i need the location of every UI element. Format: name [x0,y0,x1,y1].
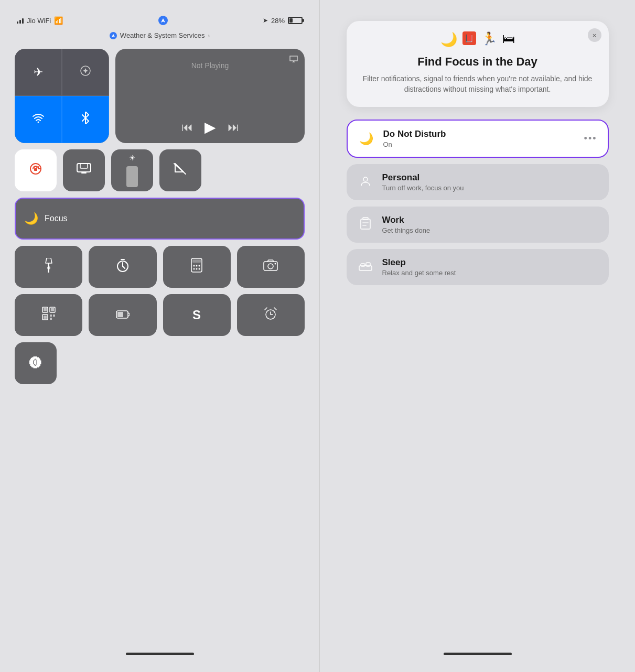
timer-button[interactable] [89,246,156,288]
right-phone-panel: × 🌙 📕 🏃 🛏 Find Focus in the Day Filter n… [319,0,635,672]
wifi-toggle-icon [32,113,45,126]
location-dot-small [110,32,117,39]
svg-rect-35 [361,219,370,229]
media-not-playing: Not Playing [123,61,297,70]
focus-item-do-not-disturb[interactable]: 🌙 Do Not Disturb On ••• [347,120,609,158]
focus-item-sleep[interactable]: Sleep Relax and get some rest [347,249,609,285]
cellular-icon [80,65,91,80]
wifi-button[interactable] [15,96,62,143]
svg-point-34 [363,177,368,181]
signal-bars [17,17,24,24]
svg-rect-30 [50,318,52,320]
next-button[interactable]: ⏭ [228,121,239,134]
media-controls: ⏮ ▶ ⏭ [123,118,297,136]
svg-marker-8 [46,258,52,273]
mute-button[interactable] [159,149,201,191]
svg-point-15 [199,265,200,267]
row-connectivity-media: ✈ [15,49,305,143]
card-title: Find Focus in the Day [359,55,596,69]
shazam-button[interactable]: S [163,294,231,336]
focus-mode-list: 🌙 Do Not Disturb On ••• Personal Turn of… [347,120,609,285]
do-not-disturb-title: Do Not Disturb [383,129,576,139]
accessibility-icon: ⓿ [29,356,42,371]
cellular-button[interactable] [62,49,109,96]
svg-rect-23 [44,308,47,311]
rotation-lock-icon [28,161,43,179]
airplay-icon[interactable] [289,55,298,66]
close-card-button[interactable]: × [588,28,601,42]
svg-point-14 [196,265,198,267]
home-bar-left [126,653,194,655]
accessibility-button[interactable]: ⓿ [15,342,57,384]
personal-icon [357,175,374,190]
focus-button[interactable]: 🌙 Focus [15,198,305,240]
qr-scanner-button[interactable] [15,294,82,336]
svg-rect-36 [363,218,368,220]
svg-point-16 [193,268,195,270]
moon-icon: 🌙 [24,212,38,225]
brightness-slider[interactable]: ☀ [111,149,153,191]
svg-rect-37 [362,222,369,223]
location-label: Weather & System Services [120,31,205,39]
play-button[interactable]: ▶ [205,118,216,136]
battery-fill [289,18,293,23]
svg-point-9 [47,266,50,269]
status-bar: Jio WiFi 📶 ➤ 28% [15,16,305,25]
run-card-icon: 🏃 [481,31,497,48]
bluetooth-button[interactable] [62,96,109,143]
focus-item-personal[interactable]: Personal Turn off work, focus on you [347,164,609,200]
battery-status-button[interactable] [89,294,156,336]
connectivity-block[interactable]: ✈ [15,49,109,143]
flashlight-button[interactable] [15,246,82,288]
svg-rect-28 [50,315,52,317]
wifi-icon: 📶 [54,16,63,25]
row-accessibility: ⓿ [15,342,305,384]
tools-row-2: S [15,294,305,336]
status-left: Jio WiFi 📶 [17,16,63,25]
svg-point-18 [199,268,200,270]
book-card-icon: 📕 [462,31,476,45]
focus-label: Focus [45,214,68,223]
left-phone-panel: Jio WiFi 📶 ➤ 28% Weather & System Servic… [0,0,319,672]
work-title: Work [382,215,598,225]
svg-rect-29 [53,315,55,317]
svg-point-17 [196,268,198,270]
moon-card-icon: 🌙 [440,31,457,48]
focus-item-work[interactable]: Work Get things done [347,207,609,243]
airplane-mode-button[interactable]: ✈ [15,49,62,96]
svg-rect-27 [44,316,47,319]
home-bar-right [444,653,512,655]
camera-button[interactable] [237,246,305,288]
do-not-disturb-more[interactable]: ••• [584,133,597,144]
svg-point-13 [193,265,195,267]
sleep-subtitle: Relax and get some rest [382,269,598,277]
mute-icon [173,161,188,179]
location-header: Weather & System Services › [110,31,210,39]
control-center-grid: ✈ [15,49,305,384]
rotation-lock-button[interactable] [15,149,57,191]
screen-mirror-button[interactable] [63,149,105,191]
personal-text: Personal Turn off work, focus on you [382,172,598,192]
svg-rect-32 [117,312,123,317]
brightness-fill [126,166,138,187]
sun-icon: ☀ [129,154,136,162]
do-not-disturb-text: Do Not Disturb On [383,129,576,148]
calculator-icon [191,258,202,276]
chevron-right-icon: › [208,32,210,39]
prev-button[interactable]: ⏮ [181,121,193,134]
alarm-button[interactable] [237,294,305,336]
calculator-button[interactable] [163,246,231,288]
close-icon: × [593,31,597,39]
svg-rect-12 [192,259,201,263]
work-icon [357,217,374,233]
timer-icon [116,258,130,275]
svg-point-3 [38,122,39,123]
svg-marker-0 [161,18,165,23]
svg-rect-25 [51,308,54,311]
battery-status-icon [116,308,130,322]
bluetooth-icon [81,112,90,127]
screen-mirror-icon [77,163,91,178]
card-description: Filter notifications, signal to friends … [359,74,596,94]
qr-scanner-icon [42,307,56,323]
do-not-disturb-subtitle: On [383,140,576,148]
